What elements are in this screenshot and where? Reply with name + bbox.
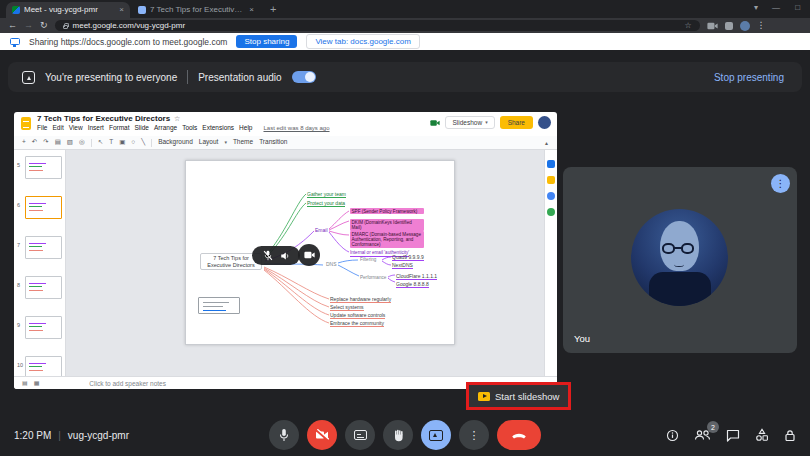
browser-tab-bar: Meet - vug-ycgd-pmr × 7 Tech Tips for Ex… [0, 0, 810, 18]
redo-icon[interactable]: ↷ [43, 139, 48, 146]
view-tab-button[interactable]: View tab: docs.google.com [306, 34, 419, 49]
slide-thumbnail[interactable]: 8 [14, 274, 65, 302]
slideshow-button[interactable]: Slideshow ▾ [445, 116, 494, 129]
minimize-window-icon[interactable]: — [772, 4, 780, 12]
background-button[interactable]: Background [158, 139, 193, 146]
zoom-icon[interactable]: ◎ [79, 139, 85, 146]
collapse-toolbar-icon[interactable]: ▲ [544, 140, 549, 146]
mic-button[interactable] [269, 420, 299, 450]
presentation-audio-toggle[interactable] [292, 71, 316, 83]
close-tab-icon[interactable]: × [119, 6, 124, 14]
contacts-icon[interactable] [547, 208, 555, 216]
chat-icon[interactable] [726, 429, 740, 442]
back-icon[interactable]: ← [8, 21, 17, 30]
start-slideshow-button[interactable]: Start slideshow [469, 385, 568, 407]
restore-window-icon[interactable]: □ [795, 4, 800, 12]
close-tab-icon[interactable]: × [249, 6, 254, 14]
present-button[interactable] [421, 420, 451, 450]
filmstrip-view-icon[interactable]: ▤ [22, 380, 28, 386]
thumbnail-number: 9 [17, 322, 20, 328]
url-text[interactable]: meet.google.com/vug-ycgd-pmr [73, 22, 680, 30]
slide-thumbnail-selected[interactable]: 6 [14, 194, 65, 222]
self-video-tile[interactable]: ⋮ You [563, 167, 797, 353]
more-options-button[interactable]: ⋮ [459, 420, 489, 450]
tasks-icon[interactable] [547, 192, 555, 200]
tab-search-icon[interactable]: ▾ [754, 4, 758, 12]
slide-filmstrip[interactable]: 5 6 7 8 9 10 [14, 150, 66, 376]
layout-button[interactable]: Layout [199, 139, 219, 146]
activities-icon[interactable] [755, 428, 769, 442]
insert-image-icon[interactable]: ▣ [119, 139, 125, 146]
sharing-notification-bar: Sharing https://docs.google.com to meet.… [0, 33, 810, 50]
more-icon: ⋮ [469, 430, 480, 441]
menu-insert[interactable]: Insert [88, 125, 104, 132]
menu-slide[interactable]: Slide [135, 125, 149, 132]
mindmap-branch-label: Filtering [360, 257, 376, 263]
menu-view[interactable]: View [69, 125, 83, 132]
last-edit-link[interactable]: Last edit was 8 days ago [263, 125, 329, 131]
presentation-audio-label: Presentation audio [198, 72, 281, 83]
presenting-status-text: You're presenting to everyone [45, 72, 177, 83]
end-call-button[interactable] [497, 420, 541, 450]
self-portrait [631, 209, 728, 306]
current-slide[interactable]: 7 Tech Tips for Executive Directors Gath… [185, 160, 455, 345]
menu-help[interactable]: Help [239, 125, 252, 132]
star-doc-icon[interactable]: ☆ [174, 115, 180, 123]
menu-format[interactable]: Format [109, 125, 130, 132]
people-icon[interactable]: 2 [694, 429, 711, 441]
slide-thumbnail[interactable]: 9 [14, 314, 65, 342]
tile-options-button[interactable]: ⋮ [771, 174, 790, 193]
raise-hand-button[interactable] [383, 420, 413, 450]
camera-control-button[interactable] [298, 244, 320, 266]
transition-button[interactable]: Transition [259, 139, 287, 146]
browser-menu-icon[interactable]: ⋮ [757, 21, 766, 30]
grid-view-icon[interactable]: ▦ [34, 380, 40, 386]
undo-icon[interactable]: ↶ [32, 139, 37, 146]
mic-muted-icon[interactable] [263, 250, 273, 261]
new-tab-button[interactable]: + [270, 4, 276, 15]
speaker-notes-placeholder[interactable]: Click to add speaker notes [89, 380, 166, 387]
screen-share-icon [10, 38, 20, 45]
reload-icon[interactable]: ↻ [40, 21, 48, 30]
mindmap-node: Select systems [330, 304, 364, 311]
profile-avatar[interactable] [740, 21, 750, 31]
slide-thumbnail[interactable]: 7 [14, 234, 65, 262]
insert-line-icon[interactable]: ╲ [141, 139, 145, 146]
sharing-message: Sharing https://docs.google.com to meet.… [29, 37, 227, 47]
print-icon[interactable]: ▤ [55, 139, 61, 146]
presenting-camera-icon [430, 119, 440, 127]
host-controls-icon[interactable] [784, 429, 796, 442]
slide-thumbnail[interactable]: 5 [14, 154, 65, 182]
stop-presenting-button[interactable]: Stop presenting [714, 72, 784, 83]
audio-icon[interactable] [280, 251, 290, 261]
menu-tools[interactable]: Tools [182, 125, 197, 132]
tab-slides[interactable]: 7 Tech Tips for Executive Di × [132, 2, 260, 18]
address-bar[interactable]: meet.google.com/vug-ycgd-pmr ☆ [55, 20, 700, 31]
menu-arrange[interactable]: Arrange [154, 125, 177, 132]
menu-file[interactable]: File [37, 125, 47, 132]
people-count-badge: 2 [707, 421, 719, 433]
menu-edit[interactable]: Edit [52, 125, 63, 132]
share-button[interactable]: Share [500, 116, 533, 129]
slides-avatar[interactable] [538, 116, 551, 129]
bookmark-star-icon[interactable]: ☆ [684, 22, 691, 30]
insert-shape-icon[interactable]: ○ [131, 139, 135, 146]
new-slide-icon[interactable]: + [22, 139, 26, 146]
camera-off-button[interactable] [307, 420, 337, 450]
extensions-icon[interactable] [725, 22, 733, 30]
tab-meet[interactable]: Meet - vug-ycgd-pmr × [6, 2, 130, 18]
forward-icon[interactable]: → [24, 21, 33, 30]
keep-icon[interactable] [547, 176, 555, 184]
theme-button[interactable]: Theme [233, 139, 253, 146]
slide-thumbnail[interactable]: 10 [14, 354, 65, 376]
presentation-floating-controls [252, 246, 300, 265]
calendar-icon[interactable] [547, 160, 555, 168]
info-icon[interactable] [666, 429, 679, 442]
camera-in-use-icon[interactable] [707, 22, 718, 30]
captions-button[interactable] [345, 420, 375, 450]
paint-format-icon[interactable]: ▧ [67, 139, 73, 146]
menu-extensions[interactable]: Extensions [202, 125, 234, 132]
text-box-icon[interactable]: T [109, 139, 113, 146]
select-tool-icon[interactable]: ↖ [98, 139, 103, 146]
stop-sharing-button[interactable]: Stop sharing [236, 35, 297, 49]
